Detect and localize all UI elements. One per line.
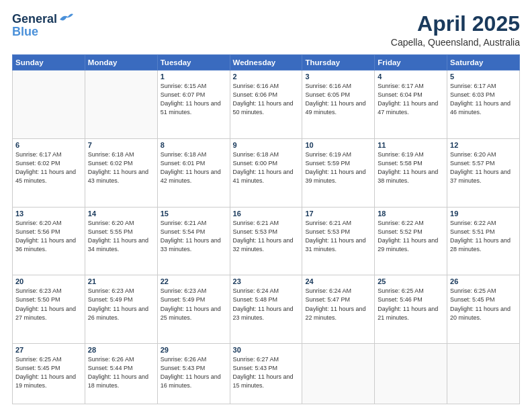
calendar-cell — [447, 344, 520, 404]
day-number: 8 — [161, 141, 227, 149]
day-number: 10 — [305, 141, 371, 149]
calendar-cell: 6Sunrise: 6:17 AM Sunset: 6:02 PM Daylig… — [13, 138, 85, 207]
calendar-cell: 13Sunrise: 6:20 AM Sunset: 5:56 PM Dayli… — [13, 207, 85, 275]
day-number: 30 — [233, 346, 300, 354]
calendar-cell: 18Sunrise: 6:22 AM Sunset: 5:52 PM Dayli… — [375, 207, 447, 275]
col-tuesday: Tuesday — [157, 55, 230, 71]
calendar-header-row: Sunday Monday Tuesday Wednesday Thursday… — [13, 55, 520, 71]
day-number: 25 — [378, 277, 444, 285]
day-detail: Sunrise: 6:16 AM Sunset: 6:05 PM Dayligh… — [305, 82, 371, 117]
day-number: 6 — [15, 141, 82, 149]
calendar-cell: 11Sunrise: 6:19 AM Sunset: 5:58 PM Dayli… — [375, 138, 447, 207]
day-number: 18 — [378, 210, 444, 218]
day-detail: Sunrise: 6:19 AM Sunset: 5:59 PM Dayligh… — [305, 150, 371, 185]
day-detail: Sunrise: 6:17 AM Sunset: 6:02 PM Dayligh… — [15, 150, 82, 185]
day-number: 17 — [305, 210, 371, 218]
day-number: 26 — [450, 277, 517, 285]
day-detail: Sunrise: 6:24 AM Sunset: 5:48 PM Dayligh… — [233, 287, 300, 322]
day-detail: Sunrise: 6:26 AM Sunset: 5:44 PM Dayligh… — [88, 355, 154, 390]
day-number: 3 — [305, 73, 371, 81]
calendar-cell: 12Sunrise: 6:20 AM Sunset: 5:57 PM Dayli… — [447, 138, 520, 207]
calendar-cell: 15Sunrise: 6:21 AM Sunset: 5:54 PM Dayli… — [157, 207, 230, 275]
day-detail: Sunrise: 6:21 AM Sunset: 5:53 PM Dayligh… — [305, 219, 371, 254]
day-detail: Sunrise: 6:20 AM Sunset: 5:57 PM Dayligh… — [450, 150, 517, 185]
calendar-cell — [302, 344, 375, 404]
day-detail: Sunrise: 6:15 AM Sunset: 6:07 PM Dayligh… — [161, 82, 227, 117]
day-detail: Sunrise: 6:20 AM Sunset: 5:56 PM Dayligh… — [15, 219, 82, 254]
day-number: 7 — [88, 141, 154, 149]
calendar-cell: 19Sunrise: 6:22 AM Sunset: 5:51 PM Dayli… — [447, 207, 520, 275]
calendar-cell: 27Sunrise: 6:25 AM Sunset: 5:45 PM Dayli… — [13, 344, 85, 404]
calendar-row-4: 20Sunrise: 6:23 AM Sunset: 5:50 PM Dayli… — [13, 275, 520, 344]
page: General Blue April 2025 Capella, Queensl… — [0, 0, 532, 411]
col-thursday: Thursday — [302, 55, 375, 71]
day-number: 28 — [88, 346, 154, 354]
day-number: 23 — [233, 277, 300, 285]
calendar-cell: 10Sunrise: 6:19 AM Sunset: 5:59 PM Dayli… — [302, 138, 375, 207]
calendar-cell — [13, 71, 85, 139]
day-detail: Sunrise: 6:20 AM Sunset: 5:55 PM Dayligh… — [88, 219, 154, 254]
day-number: 20 — [15, 277, 82, 285]
calendar-cell: 7Sunrise: 6:18 AM Sunset: 6:02 PM Daylig… — [85, 138, 157, 207]
day-number: 29 — [161, 346, 227, 354]
day-number: 27 — [15, 346, 82, 354]
location-text: Capella, Queensland, Australia — [391, 37, 520, 48]
day-number: 9 — [233, 141, 300, 149]
day-detail: Sunrise: 6:22 AM Sunset: 5:51 PM Dayligh… — [450, 219, 517, 254]
month-title: April 2025 — [391, 12, 520, 36]
calendar-row-3: 13Sunrise: 6:20 AM Sunset: 5:56 PM Dayli… — [13, 207, 520, 275]
day-detail: Sunrise: 6:22 AM Sunset: 5:52 PM Dayligh… — [378, 219, 444, 254]
calendar-cell: 1Sunrise: 6:15 AM Sunset: 6:07 PM Daylig… — [157, 71, 230, 139]
calendar-table: Sunday Monday Tuesday Wednesday Thursday… — [12, 54, 520, 404]
day-detail: Sunrise: 6:16 AM Sunset: 6:06 PM Dayligh… — [233, 82, 300, 117]
logo-bird-icon — [58, 13, 73, 24]
title-block: April 2025 Capella, Queensland, Australi… — [391, 12, 520, 48]
day-number: 11 — [378, 141, 444, 149]
day-detail: Sunrise: 6:23 AM Sunset: 5:49 PM Dayligh… — [161, 287, 227, 322]
day-detail: Sunrise: 6:19 AM Sunset: 5:58 PM Dayligh… — [378, 150, 444, 185]
day-detail: Sunrise: 6:21 AM Sunset: 5:54 PM Dayligh… — [161, 219, 227, 254]
calendar-cell: 4Sunrise: 6:17 AM Sunset: 6:04 PM Daylig… — [375, 71, 447, 139]
day-detail: Sunrise: 6:21 AM Sunset: 5:53 PM Dayligh… — [233, 219, 300, 254]
day-detail: Sunrise: 6:26 AM Sunset: 5:43 PM Dayligh… — [161, 355, 227, 390]
day-detail: Sunrise: 6:18 AM Sunset: 6:00 PM Dayligh… — [233, 150, 300, 185]
day-detail: Sunrise: 6:27 AM Sunset: 5:43 PM Dayligh… — [233, 355, 300, 390]
logo-blue-text: Blue — [12, 25, 38, 39]
col-sunday: Sunday — [13, 55, 85, 71]
header: General Blue April 2025 Capella, Queensl… — [12, 12, 520, 48]
col-monday: Monday — [85, 55, 157, 71]
col-saturday: Saturday — [447, 55, 520, 71]
logo: General Blue — [12, 12, 73, 39]
day-detail: Sunrise: 6:18 AM Sunset: 6:02 PM Dayligh… — [88, 150, 154, 185]
calendar-cell: 17Sunrise: 6:21 AM Sunset: 5:53 PM Dayli… — [302, 207, 375, 275]
day-number: 1 — [161, 73, 227, 81]
day-number: 19 — [450, 210, 517, 218]
calendar-cell: 26Sunrise: 6:25 AM Sunset: 5:45 PM Dayli… — [447, 275, 520, 344]
day-number: 4 — [378, 73, 444, 81]
day-detail: Sunrise: 6:23 AM Sunset: 5:50 PM Dayligh… — [15, 287, 82, 322]
day-detail: Sunrise: 6:17 AM Sunset: 6:03 PM Dayligh… — [450, 82, 517, 117]
day-number: 13 — [15, 210, 82, 218]
calendar-cell: 22Sunrise: 6:23 AM Sunset: 5:49 PM Dayli… — [157, 275, 230, 344]
col-wednesday: Wednesday — [230, 55, 302, 71]
day-detail: Sunrise: 6:24 AM Sunset: 5:47 PM Dayligh… — [305, 287, 371, 322]
day-number: 16 — [233, 210, 300, 218]
col-friday: Friday — [375, 55, 447, 71]
day-detail: Sunrise: 6:25 AM Sunset: 5:45 PM Dayligh… — [450, 287, 517, 322]
day-number: 14 — [88, 210, 154, 218]
day-detail: Sunrise: 6:18 AM Sunset: 6:01 PM Dayligh… — [161, 150, 227, 185]
day-number: 5 — [450, 73, 517, 81]
calendar-row-1: 1Sunrise: 6:15 AM Sunset: 6:07 PM Daylig… — [13, 71, 520, 139]
calendar-cell: 16Sunrise: 6:21 AM Sunset: 5:53 PM Dayli… — [230, 207, 302, 275]
day-number: 12 — [450, 141, 517, 149]
calendar-row-2: 6Sunrise: 6:17 AM Sunset: 6:02 PM Daylig… — [13, 138, 520, 207]
calendar-cell: 8Sunrise: 6:18 AM Sunset: 6:01 PM Daylig… — [157, 138, 230, 207]
calendar-cell: 9Sunrise: 6:18 AM Sunset: 6:00 PM Daylig… — [230, 138, 302, 207]
day-number: 22 — [161, 277, 227, 285]
calendar-cell: 23Sunrise: 6:24 AM Sunset: 5:48 PM Dayli… — [230, 275, 302, 344]
calendar-cell: 28Sunrise: 6:26 AM Sunset: 5:44 PM Dayli… — [85, 344, 157, 404]
day-detail: Sunrise: 6:17 AM Sunset: 6:04 PM Dayligh… — [378, 82, 444, 117]
day-detail: Sunrise: 6:23 AM Sunset: 5:49 PM Dayligh… — [88, 287, 154, 322]
calendar-row-5: 27Sunrise: 6:25 AM Sunset: 5:45 PM Dayli… — [13, 344, 520, 404]
calendar-cell: 14Sunrise: 6:20 AM Sunset: 5:55 PM Dayli… — [85, 207, 157, 275]
